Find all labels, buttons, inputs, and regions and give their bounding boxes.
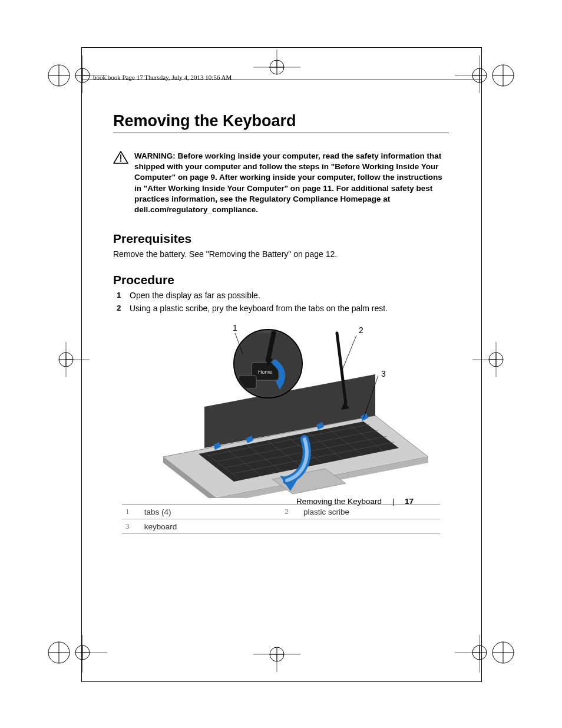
footer-title: Removing the Keyboard <box>296 497 382 506</box>
warning-icon <box>113 151 128 164</box>
prerequisites-heading: Prerequisites <box>113 232 449 246</box>
callout-3: 3 <box>381 369 386 378</box>
page-footer: Removing the Keyboard | 17 <box>296 497 414 506</box>
warning-body: Before working inside your computer, rea… <box>134 151 442 214</box>
registration-mark-icon <box>455 635 520 676</box>
page-title: Removing the Keyboard <box>113 112 449 130</box>
legend-1-num: 1 <box>122 505 141 519</box>
registration-mark-icon <box>455 52 520 93</box>
callout-2: 2 <box>359 325 363 335</box>
legend-2-label: plastic scribe <box>300 505 440 519</box>
step-1: Open the display as far as possible. <box>113 291 449 300</box>
warning-label: WARNING: <box>134 151 176 160</box>
legend-row-2: 3 keyboard <box>122 519 440 534</box>
title-rule <box>113 133 449 133</box>
prerequisites-text: Remove the battery. See "Removing the Ba… <box>113 249 449 259</box>
warning-block: WARNING: Before working inside your comp… <box>113 151 449 215</box>
registration-mark-icon <box>253 50 300 85</box>
registration-mark-icon <box>42 635 107 676</box>
procedure-heading: Procedure <box>113 273 449 287</box>
page-number: 17 <box>405 497 414 506</box>
legend-2-num: 2 <box>281 505 300 519</box>
figure-legend: 1 tabs (4) 2 plastic scribe 3 keyboard <box>122 504 440 534</box>
svg-line-38 <box>343 335 356 368</box>
footer-separator: | <box>392 497 395 506</box>
registration-mark-icon <box>253 637 300 672</box>
svg-point-2 <box>120 160 121 162</box>
registration-mark-icon <box>42 52 107 93</box>
step-2: Using a plastic scribe, pry the keyboard… <box>113 304 449 313</box>
svg-text:Home: Home <box>258 369 272 375</box>
registration-mark-icon <box>42 342 90 377</box>
page-content: Removing the Keyboard WARNING: Before wo… <box>113 112 449 534</box>
figure-laptop-keyboard: Home 1 2 3 <box>113 321 449 498</box>
svg-rect-33 <box>239 375 256 388</box>
legend-1-label: tabs (4) <box>141 505 281 519</box>
warning-text: WARNING: Before working inside your comp… <box>134 151 449 215</box>
legend-3-label: keyboard <box>141 519 281 534</box>
legend-3-num: 3 <box>122 519 141 534</box>
procedure-steps: Open the display as far as possible. Usi… <box>113 291 449 313</box>
callout-1: 1 <box>233 323 237 332</box>
registration-mark-icon <box>472 342 520 377</box>
legend-row-1: 1 tabs (4) 2 plastic scribe <box>122 505 440 519</box>
